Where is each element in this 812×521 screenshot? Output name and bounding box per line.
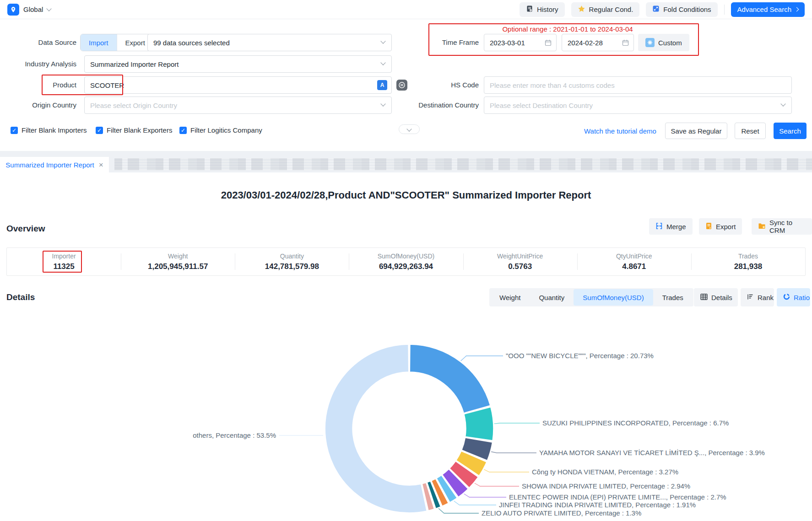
destination-country-placeholder: Please select Destination Country: [490, 102, 593, 109]
stat-value: 11325: [53, 262, 74, 271]
optional-range-text: Optional range : 2021-01-01 to 2024-03-0…: [453, 25, 682, 33]
tab-summarized-importer-report[interactable]: Summarized Importer Report ×: [0, 157, 109, 172]
collapse-conditions-button[interactable]: [399, 124, 420, 134]
chevron-down-icon: [380, 38, 385, 43]
region-selector[interactable]: Global: [7, 4, 51, 16]
close-icon[interactable]: ×: [99, 161, 103, 169]
translate-icon[interactable]: A: [377, 80, 387, 90]
merge-label: Merge: [666, 223, 686, 231]
chart-callout-label: Công ty HONDA VIETNAM, Percentage : 3.27…: [532, 468, 678, 476]
leader-line: [454, 501, 496, 505]
chevron-down-icon: [47, 6, 52, 11]
leader-line: [491, 452, 536, 453]
crm-folder-icon: [758, 222, 766, 231]
date-from-value: 2023-03-01: [490, 39, 525, 47]
checkbox-label: Filter Blank Importers: [22, 126, 87, 134]
filter-logitics-company-checkbox[interactable]: ✓ Filter Logitics Company: [179, 126, 262, 134]
page: Global History Regular Cond. Fold Condit…: [0, 0, 812, 521]
view-tab-label: Ratio: [794, 294, 810, 301]
chevron-down-icon: [380, 60, 385, 65]
hs-code-input[interactable]: [484, 76, 792, 94]
date-to-value: 2024-02-28: [568, 39, 603, 47]
chart-callout-label: JINFEI TRADING INDIA PRIVATE LIMITED, Pe…: [499, 501, 696, 509]
donut-segment[interactable]: [410, 344, 490, 413]
leader-line: [484, 469, 529, 472]
save-as-regular-button[interactable]: Save as Regular: [665, 123, 727, 139]
stat-label: WeightUnitPrice: [497, 252, 543, 260]
export-button[interactable]: Export: [699, 218, 742, 235]
chevron-down-icon: [780, 101, 785, 106]
industry-analysis-label: Industry Analysis: [18, 55, 76, 73]
custom-range-button[interactable]: Custom: [638, 34, 689, 51]
globe-pin-icon: [7, 4, 19, 16]
stat-value: 1,205,945,911.57: [148, 262, 208, 271]
rank-icon: [747, 294, 754, 301]
export-label: Export: [716, 223, 736, 231]
origin-country-placeholder: Please select Origin Country: [90, 102, 177, 109]
advanced-search-label: Advanced Search: [737, 5, 791, 13]
destination-country-select[interactable]: Please select Destination Country: [484, 97, 792, 114]
star-icon: [578, 5, 585, 14]
stat-value: 142,781,579.98: [265, 262, 319, 271]
reset-button[interactable]: Reset: [735, 123, 766, 139]
exact-match-icon[interactable]: [396, 80, 407, 91]
stat-weightunitprice: WeightUnitPrice0.5763: [463, 248, 577, 275]
stat-trades: Trades281,938: [691, 248, 805, 275]
timeframe-label: Time Frame: [415, 34, 479, 51]
merge-button[interactable]: Merge: [649, 218, 693, 235]
advanced-search-button[interactable]: Advanced Search: [731, 2, 805, 17]
product-label: Product: [18, 76, 76, 94]
chevron-right-icon: [795, 7, 799, 12]
fold-icon: [652, 5, 660, 14]
topbar-actions: History Regular Cond. Fold Conditions Ad…: [520, 2, 805, 17]
data-sources-value: 99 data sources selected: [153, 39, 230, 47]
product-input[interactable]: [84, 76, 392, 94]
custom-label: Custom: [658, 39, 682, 47]
ratio-chart-svg: "OOO ""NEW BICYCLE""", Percentage : 20.7…: [0, 302, 812, 521]
stat-label: QtyUnitPrice: [616, 252, 652, 260]
stat-label: Weight: [168, 252, 188, 260]
chart-callout-label: others, Percentage : 53.5%: [193, 431, 276, 439]
sync-to-crm-label: Sync to CRM: [769, 219, 806, 234]
stat-value: 4.8671: [622, 262, 646, 271]
donut-segment[interactable]: [464, 407, 493, 440]
sync-to-crm-button[interactable]: Sync to CRM: [752, 218, 812, 235]
history-button[interactable]: History: [520, 2, 565, 17]
merge-icon: [655, 222, 663, 231]
destination-country-label: Destination Country: [401, 97, 479, 114]
calendar-icon: [545, 39, 552, 48]
stat-qtyunitprice: QtyUnitPrice4.8671: [577, 248, 691, 275]
topbar-divider: [724, 5, 725, 15]
stat-importer: Importer11325: [7, 248, 121, 275]
import-tab[interactable]: Import: [81, 34, 117, 51]
checkbox-checked-icon: ✓: [11, 127, 18, 134]
data-source-label: Data Source: [18, 34, 76, 51]
date-to-input[interactable]: 2024-02-28: [562, 34, 634, 51]
table-icon: [700, 294, 708, 301]
data-sources-select[interactable]: 99 data sources selected: [147, 34, 392, 51]
regular-cond-label: Regular Cond.: [589, 5, 633, 13]
checkbox-label: Filter Blank Exporters: [107, 126, 172, 134]
industry-analysis-select[interactable]: Summarized Importer Report: [84, 55, 392, 73]
date-from-input[interactable]: 2023-03-01: [484, 34, 557, 51]
leader-line: [464, 494, 507, 498]
filter-blank-exporters-checkbox[interactable]: ✓ Filter Blank Exporters: [96, 126, 172, 134]
tutorial-link[interactable]: Watch the tutorial demo: [584, 127, 656, 135]
stat-sumofmoney: SumOfMoney(USD)694,929,263.94: [349, 248, 463, 275]
result-tabbar: Summarized Importer Report ×: [0, 151, 812, 172]
region-label: Global: [23, 5, 43, 13]
custom-icon: [645, 38, 655, 47]
search-button[interactable]: Search: [774, 123, 807, 139]
stat-value: 694,929,263.94: [379, 262, 433, 271]
chart-callout-label: YAMAHA MOTOR SANAYI VE TİCARET LİMİTED Ş…: [539, 449, 765, 457]
origin-country-select[interactable]: Please select Origin Country: [84, 97, 392, 114]
origin-country-label: Origin Country: [18, 97, 76, 114]
filter-blank-importers-checkbox[interactable]: ✓ Filter Blank Importers: [11, 126, 87, 134]
regular-cond-button[interactable]: Regular Cond.: [571, 2, 640, 17]
checkbox-label: Filter Logitics Company: [190, 126, 262, 134]
fold-conditions-button[interactable]: Fold Conditions: [646, 2, 717, 17]
stat-weight: Weight1,205,945,911.57: [121, 248, 235, 275]
stat-quantity: Quantity142,781,579.98: [235, 248, 349, 275]
checkbox-checked-icon: ✓: [179, 127, 187, 134]
stat-label: SumOfMoney(USD): [378, 252, 434, 260]
